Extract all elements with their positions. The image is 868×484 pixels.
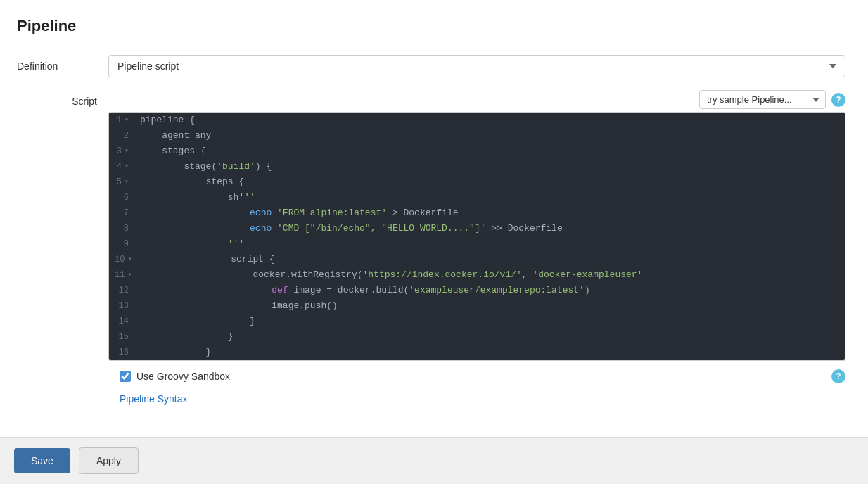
line-num-9: 9: [109, 236, 134, 252]
groovy-left: Use Groovy Sandbox: [120, 371, 230, 382]
line-num-7: 7: [109, 205, 134, 221]
code-line-2: 2 agent any: [109, 128, 845, 144]
code-line-15: 15 }: [109, 329, 845, 345]
pipeline-syntax-link[interactable]: Pipeline Syntax: [120, 393, 188, 405]
line-num-5: 5▾: [109, 174, 134, 190]
groovy-help-icon[interactable]: ?: [831, 369, 845, 383]
code-line-6: 6 sh''': [109, 190, 845, 205]
script-toolbar: try sample Pipeline...Hello WorldGitHub …: [108, 90, 845, 109]
line-content-15: }: [134, 329, 845, 345]
code-line-11: 11▾ docker.withRegistry('https://index.d…: [109, 267, 845, 283]
groovy-sandbox-label: Use Groovy Sandbox: [136, 371, 230, 382]
line-content-4: stage('build') {: [134, 159, 845, 174]
line-content-13: image.push(): [134, 298, 845, 314]
script-row: Script try sample Pipeline...Hello World…: [17, 90, 845, 361]
line-content-9: ''': [134, 236, 845, 252]
line-content-5: steps {: [134, 174, 845, 190]
line-content-8: echo 'CMD ["/bin/echo", "HELLO WORLD....…: [134, 221, 845, 236]
definition-select-wrapper: Pipeline scriptPipeline script from SCM: [108, 55, 845, 77]
save-button[interactable]: Save: [14, 448, 70, 473]
groovy-sandbox-row: Use Groovy Sandbox ?: [120, 369, 845, 383]
code-line-10: 10▾ script {: [109, 252, 845, 267]
line-content-16: }: [134, 345, 845, 360]
code-editor[interactable]: 1▾ pipeline { 2 agent any 3▾ stages {: [108, 112, 845, 361]
page-container: Pipeline Definition Pipeline scriptPipel…: [0, 0, 868, 484]
page-title: Pipeline: [17, 17, 845, 35]
line-num-4: 4▾: [109, 159, 134, 174]
line-num-2: 2: [109, 128, 134, 144]
code-lines: 1▾ pipeline { 2 agent any 3▾ stages {: [109, 113, 845, 360]
pipeline-syntax-row: Pipeline Syntax: [120, 393, 845, 405]
sample-pipeline-select[interactable]: try sample Pipeline...Hello WorldGitHub …: [699, 90, 826, 109]
line-content-3: stages {: [134, 144, 845, 159]
definition-label: Definition: [17, 55, 108, 72]
groovy-sandbox-checkbox[interactable]: [120, 371, 131, 382]
code-line-4: 4▾ stage('build') {: [109, 159, 845, 174]
line-num-13: 13: [109, 298, 134, 314]
apply-button[interactable]: Apply: [79, 447, 139, 474]
script-area: try sample Pipeline...Hello WorldGitHub …: [108, 90, 845, 361]
line-num-11: 11▾: [109, 267, 137, 283]
code-line-14: 14 }: [109, 314, 845, 329]
line-num-8: 8: [109, 221, 134, 236]
line-content-10: script {: [137, 252, 845, 267]
line-num-15: 15: [109, 329, 134, 345]
line-num-12: 12: [109, 283, 134, 298]
line-content-12: def image = docker.build('exampleuser/ex…: [134, 283, 845, 298]
line-content-11: docker.withRegistry('https://index.docke…: [137, 267, 845, 283]
actions-bar: Save Apply: [0, 437, 868, 484]
line-num-16: 16: [109, 345, 134, 360]
code-line-13: 13 image.push(): [109, 298, 845, 314]
line-num-6: 6: [109, 190, 134, 205]
line-content-7: echo 'FROM alpine:latest' > Dockerfile: [134, 205, 845, 221]
code-line-12: 12 def image = docker.build('exampleuser…: [109, 283, 845, 298]
line-num-10: 10▾: [109, 252, 137, 267]
code-line-7: 7 echo 'FROM alpine:latest' > Dockerfile: [109, 205, 845, 221]
line-num-3: 3▾: [109, 144, 134, 159]
code-line-9: 9 ''': [109, 236, 845, 252]
line-content-2: agent any: [134, 128, 845, 144]
definition-row: Definition Pipeline scriptPipeline scrip…: [17, 55, 845, 77]
code-line-3: 3▾ stages {: [109, 144, 845, 159]
script-help-icon[interactable]: ?: [831, 93, 845, 107]
script-label: Script: [17, 90, 108, 107]
line-content-14: }: [134, 314, 845, 329]
line-content-1: pipeline {: [134, 113, 845, 128]
line-content-6: sh''': [134, 190, 845, 205]
code-line-1: 1▾ pipeline {: [109, 113, 845, 128]
code-line-16: 16 }: [109, 345, 845, 360]
code-line-8: 8 echo 'CMD ["/bin/echo", "HELLO WORLD..…: [109, 221, 845, 236]
line-num-1: 1▾: [109, 113, 134, 128]
line-num-14: 14: [109, 314, 134, 329]
code-line-5: 5▾ steps {: [109, 174, 845, 190]
definition-select[interactable]: Pipeline scriptPipeline script from SCM: [108, 55, 845, 77]
